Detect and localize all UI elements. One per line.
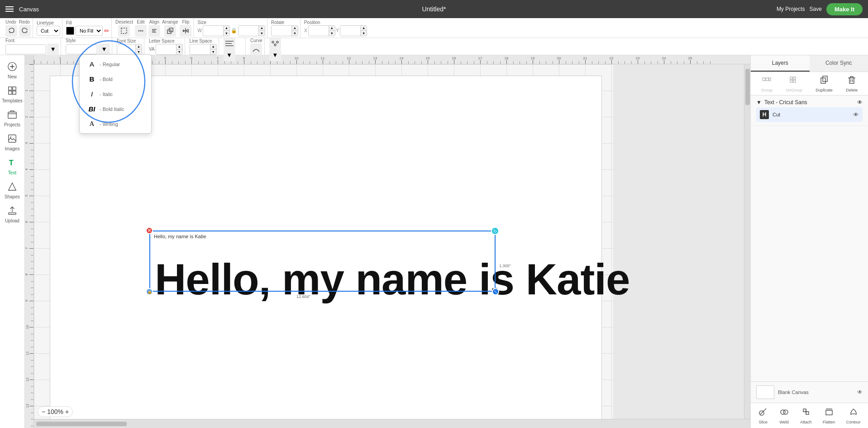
sidebar-item-projects[interactable]: Projects [1,107,23,130]
fontsize-up[interactable]: ▲ [135,44,142,49]
lsp-up[interactable]: ▲ [210,44,216,49]
hamburger-menu[interactable] [5,6,14,12]
zoom-control: − 100% + [38,406,73,417]
svg-rect-23 [9,135,16,143]
style-input[interactable]: Regular [66,44,97,54]
resize-handle-br[interactable]: ⤡ [492,288,499,295]
fill-pencil-icon[interactable]: ✏ [104,27,110,34]
layer-section-header[interactable]: ▼ Text - Cricut Sans 👁 [756,99,863,106]
pos-y-up[interactable]: ▲ [360,26,367,31]
weld-action[interactable]: Weld [779,407,789,424]
font-style-writing[interactable]: A - Writing [80,116,151,131]
lock-icon[interactable]: 🔒 [231,28,237,34]
zoom-out-button[interactable]: − [42,408,45,415]
rotate-up[interactable]: ▲ [291,26,298,31]
font-dropdown-toggle[interactable]: ▼ [47,43,59,55]
horizontal-scrollbar[interactable] [34,419,750,428]
font-style-dropdown: A - Regular B - Bold I - Italic BI - Bol… [79,54,152,134]
v-scrollbar-thumb[interactable] [745,69,750,105]
svg-rect-34 [793,80,796,82]
my-projects-link[interactable]: My Projects [777,6,805,12]
group-action[interactable]: Group [761,75,773,92]
sidebar-item-text[interactable]: T Text [1,155,23,178]
canvas-thumb[interactable] [756,385,774,399]
advanced-button[interactable] [269,38,281,49]
style-dropdown-toggle[interactable]: ▼ [98,43,110,55]
document-title[interactable]: Untitled* [422,5,446,13]
rotate-input[interactable]: 0 [272,26,291,36]
position-y-input[interactable]: 8.361 [340,26,360,36]
alignment-dropdown[interactable]: ▼ [224,49,235,61]
contour-action[interactable]: Contour [846,407,861,424]
fontsize-input[interactable]: 72 [117,44,135,54]
fill-color-swatch[interactable] [66,27,74,35]
layer-section-title: Text - Cricut Sans [764,99,807,106]
h-scrollbar-thumb[interactable] [36,422,127,426]
fill-label: Fill [66,20,110,25]
font-style-italic[interactable]: I - Italic [80,87,151,101]
pos-x-down[interactable]: ▼ [329,31,335,36]
fontsize-down[interactable]: ▼ [135,49,142,54]
sidebar-item-images[interactable]: Images [1,131,23,154]
weld-icon [779,407,789,419]
position-x-input[interactable]: 3.283 [309,26,329,36]
sidebar-item-templates[interactable]: Templates [1,83,23,106]
layer-item[interactable]: H Cut 👁 [756,107,863,122]
size-h-up[interactable]: ▲ [258,26,265,31]
pos-x-up[interactable]: ▲ [329,26,335,31]
tab-color-sync[interactable]: Color Sync [810,55,868,72]
size-w-down[interactable]: ▼ [223,31,229,36]
edit-button[interactable] [135,25,147,37]
zoom-in-button[interactable]: + [65,408,69,415]
deselect-label: Deselect [115,19,133,24]
resize-handle-bl[interactable]: 🔒 [146,288,153,295]
layer-eye-icon[interactable]: 👁 [857,99,863,106]
curve-button[interactable] [250,43,262,55]
align-button[interactable] [148,25,160,37]
sidebar-item-shapes[interactable]: Shapes [1,179,23,202]
alignment-button[interactable] [224,38,235,49]
ls-up[interactable]: ▲ [176,44,182,49]
attach-action[interactable]: Attach [800,407,812,424]
delete-label: Delete [846,88,858,92]
size-h-down[interactable]: ▼ [258,31,265,36]
duplicate-action[interactable]: Duplicate [816,75,833,92]
ls-down[interactable]: ▼ [176,49,182,54]
font-style-bold-italic[interactable]: BI - Bold Italic [80,101,151,116]
undo-button[interactable] [5,25,17,37]
tab-layers[interactable]: Layers [751,55,810,72]
zoom-level[interactable]: 100% [47,408,63,415]
deselect-button[interactable] [118,25,130,37]
flatten-action[interactable]: Flatten [823,407,835,424]
sidebar-item-upload[interactable]: Upload [1,203,23,226]
rotate-down[interactable]: ▼ [291,31,298,36]
canvas-text-main[interactable]: Hello, my name is Katie [155,255,630,304]
font-style-bold[interactable]: B - Bold [80,72,151,87]
font-input[interactable]: Cricut Sans [5,44,46,54]
linetype-select[interactable]: Cut [37,26,60,36]
lsp-down[interactable]: ▼ [210,49,216,54]
font-style-regular[interactable]: A - Regular [80,57,151,72]
size-w-up[interactable]: ▲ [223,26,229,31]
letterspace-input[interactable]: 1.2 [156,44,176,54]
vertical-scrollbar[interactable] [744,64,750,419]
linespace-input[interactable]: 1.2 [190,44,210,54]
layer-item-eye[interactable]: 👁 [853,111,859,118]
redo-button[interactable] [19,25,31,37]
fill-select[interactable]: No Fill [76,26,103,36]
size-h-input[interactable]: 1.305 [238,26,258,36]
canvas-eye-icon[interactable]: 👁 [857,389,863,395]
sidebar-item-new[interactable]: New [1,59,23,82]
make-it-button[interactable]: Make It [826,3,863,15]
ungroup-label: UnGroup [786,88,802,92]
arrange-button[interactable] [164,25,176,37]
pos-y-down[interactable]: ▼ [360,31,367,36]
advanced-dropdown[interactable]: ▼ [269,49,281,61]
slice-action[interactable]: Slice [758,407,768,424]
delete-action[interactable]: Delete [846,75,858,92]
flip-button[interactable] [180,25,191,37]
ungroup-action[interactable]: UnGroup [786,75,802,92]
delete-handle[interactable]: ✕ [146,227,153,234]
save-button[interactable]: Save [810,6,822,12]
size-w-input[interactable]: 12.604 [203,26,223,36]
